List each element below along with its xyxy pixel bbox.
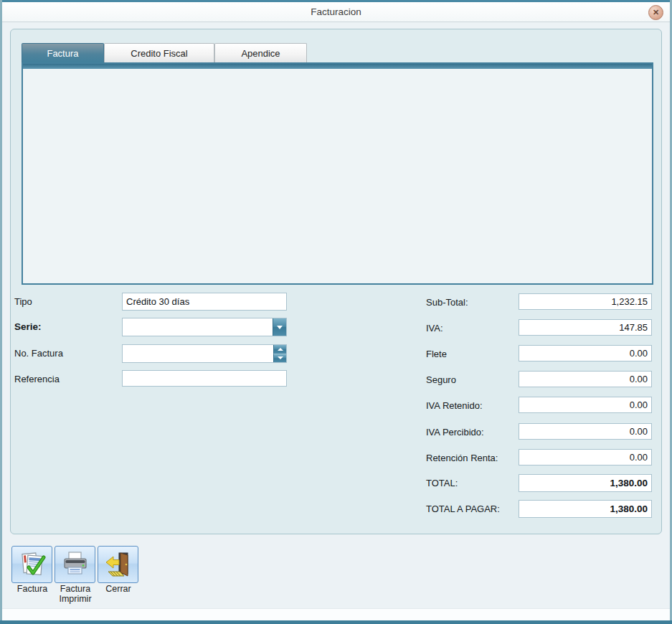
- iva-retenido-field[interactable]: [519, 397, 652, 413]
- spin-down-button[interactable]: [273, 354, 286, 363]
- window-footer-strip: [2, 608, 670, 620]
- close-button[interactable]: ✕: [648, 5, 663, 20]
- tipo-pago-label: Tipo: [14, 293, 32, 311]
- no-factura-spinner: [122, 344, 287, 363]
- total-a-pagar-label: TOTAL A PAGAR:: [426, 500, 500, 518]
- window-border-left: [0, 0, 2, 624]
- seguro-label: Seguro: [426, 371, 456, 389]
- referencia-label: Referencia: [14, 370, 60, 388]
- tab-apendice[interactable]: Apendice: [214, 43, 307, 62]
- flete-label: Flete: [426, 345, 447, 363]
- iva-percibido-label: IVA Percibido:: [426, 423, 484, 441]
- seguro-field[interactable]: [519, 371, 652, 387]
- iva-field[interactable]: [519, 319, 652, 336]
- tipo-pago-field[interactable]: [122, 293, 287, 311]
- subtotal-field[interactable]: [519, 293, 652, 310]
- tab-credito-fiscal[interactable]: Credito Fiscal: [104, 43, 214, 62]
- serie-label: Serie:: [14, 318, 42, 336]
- factura-imprimir-button[interactable]: [55, 546, 95, 583]
- chevron-down-icon: [278, 356, 283, 359]
- cerrar-button[interactable]: [98, 546, 138, 583]
- serie-field[interactable]: [122, 318, 287, 336]
- cerrar-button-label: Cerrar: [91, 584, 146, 594]
- serie-combo: [122, 318, 287, 336]
- no-factura-field[interactable]: [122, 344, 287, 363]
- retencion-renta-field[interactable]: [519, 449, 652, 465]
- factura-tab-panel: [22, 62, 653, 285]
- printer-icon: [61, 550, 90, 579]
- titlebar: Facturacion ✕: [2, 2, 670, 22]
- referencia-field[interactable]: [122, 370, 287, 387]
- tab-factura[interactable]: Factura: [22, 43, 104, 62]
- no-factura-label: No. Factura: [14, 344, 63, 362]
- close-icon: ✕: [653, 8, 659, 17]
- spin-up-button[interactable]: [273, 345, 286, 354]
- window-border-bottom: [0, 620, 672, 624]
- retencion-renta-label: Retención Renta:: [426, 449, 498, 467]
- factura-button[interactable]: [11, 546, 52, 583]
- exit-door-icon: [104, 550, 133, 579]
- facturacion-window: Facturacion ✕ Factura Credito Fiscal Ape…: [0, 0, 672, 624]
- window-title: Facturacion: [311, 6, 361, 17]
- no-factura-spin-buttons: [273, 345, 286, 362]
- total-field[interactable]: [519, 474, 652, 492]
- iva-percibido-field[interactable]: [519, 423, 652, 440]
- serie-dropdown-button[interactable]: [273, 318, 286, 336]
- iva-label: IVA:: [426, 319, 443, 337]
- invoice-check-icon: [18, 550, 47, 579]
- panel-accent-bar: [23, 64, 652, 69]
- subtotal-label: Sub-Total:: [426, 293, 468, 311]
- flete-field[interactable]: [519, 345, 652, 361]
- total-label: TOTAL:: [426, 474, 458, 492]
- total-a-pagar-field[interactable]: [519, 500, 652, 518]
- chevron-down-icon: [277, 326, 283, 329]
- chevron-up-icon: [278, 348, 283, 351]
- iva-retenido-label: IVA Retenido:: [426, 397, 483, 415]
